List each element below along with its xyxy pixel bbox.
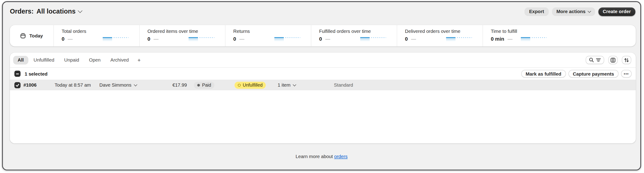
sparkline-chart <box>103 36 129 42</box>
metric-value: 0 <box>233 36 236 42</box>
orders-table-card: All Unfulfilled Unpaid Open Archived + <box>10 52 636 143</box>
metric-value: 0 <box>319 36 322 42</box>
calendar-icon <box>20 33 26 38</box>
selected-count-label: 1 selected <box>24 71 47 76</box>
sparkline-chart <box>360 36 386 42</box>
bulk-actions-bar: 1 selected Mark as fulfilled Capture pay… <box>10 68 636 80</box>
metric-delivered-orders[interactable]: Delivered orders over time 0 — <box>397 25 483 46</box>
metric-trend-dash: — <box>68 36 72 42</box>
payment-status-label: Paid <box>202 82 211 87</box>
metric-fulfilled-orders[interactable]: Fulfilled orders over time 0 — <box>311 25 397 46</box>
metric-value: 0 <box>62 36 64 42</box>
columns-icon <box>610 57 616 62</box>
row-checkbox[interactable] <box>14 82 21 88</box>
tab-unpaid[interactable]: Unpaid <box>60 56 84 64</box>
sparkline-chart <box>520 36 546 42</box>
payment-status-cell: Paid <box>194 82 234 88</box>
page-footer: Learn more about orders <box>3 154 640 159</box>
fulfillment-status-cell: Unfulfilled <box>234 82 278 88</box>
metric-trend-dash: — <box>411 36 416 42</box>
customer-name: Dave Simmons <box>100 82 132 87</box>
delivery-method: Standard <box>334 82 636 87</box>
tab-archived[interactable]: Archived <box>106 56 133 64</box>
location-selector-value: All locations <box>36 8 76 15</box>
add-view-button[interactable]: + <box>134 56 144 64</box>
sparkline-chart <box>446 36 472 42</box>
capture-payments-button[interactable]: Capture payments <box>568 70 618 78</box>
edit-columns-button[interactable] <box>608 56 618 64</box>
chevron-down-icon <box>293 83 296 86</box>
chevron-down-icon <box>588 9 591 13</box>
metric-ordered-items[interactable]: Ordered items over time 0 — <box>140 25 226 46</box>
indeterminate-icon <box>16 73 19 74</box>
sparkline-chart <box>189 36 214 42</box>
footer-text: Learn more about <box>296 154 333 159</box>
analytics-bar: Today Total orders 0 — Ordered items ove… <box>10 25 636 46</box>
metric-label: Time to fulfill <box>491 29 636 34</box>
select-all-checkbox[interactable] <box>14 70 21 77</box>
filled-dot-icon <box>197 84 200 86</box>
metric-label: Returns <box>233 29 311 34</box>
fulfillment-status-badge: Unfulfilled <box>234 82 266 88</box>
order-number[interactable]: #1006 <box>24 82 55 87</box>
search-icon <box>589 58 594 62</box>
order-customer[interactable]: Dave Simmons <box>100 82 153 87</box>
fulfillment-status-label: Unfulfilled <box>242 82 262 87</box>
more-actions-label: More actions <box>556 9 586 14</box>
check-icon <box>15 83 20 87</box>
metric-total-orders[interactable]: Total orders 0 — <box>54 25 140 46</box>
tab-open[interactable]: Open <box>84 56 105 64</box>
search-and-filter-button[interactable] <box>586 56 604 64</box>
date-range-picker[interactable]: Today <box>10 25 54 46</box>
metric-label: Ordered items over time <box>148 29 225 34</box>
page: Orders: All locations Export More action… <box>0 0 644 173</box>
page-title[interactable]: Orders: All locations <box>10 8 82 15</box>
order-date: Today at 8:57 am <box>55 82 100 87</box>
chevron-down-icon <box>78 8 82 13</box>
mark-as-fulfilled-button[interactable]: Mark as fulfilled <box>521 70 566 78</box>
metric-value: 0 <box>405 36 408 42</box>
sparkline-chart <box>274 36 300 42</box>
export-button[interactable]: Export <box>524 7 548 16</box>
open-ring-icon <box>238 84 241 86</box>
metric-returns[interactable]: Returns 0 — <box>226 25 311 46</box>
metric-trend-dash: — <box>508 36 512 42</box>
page-title-orders: Orders: <box>10 8 34 15</box>
orders-help-link[interactable]: orders <box>334 154 348 159</box>
metric-trend-dash: — <box>240 36 244 42</box>
table-empty-area <box>10 90 636 143</box>
sort-button[interactable] <box>622 56 631 64</box>
filter-icon <box>596 58 601 62</box>
metric-value: 0 <box>148 36 150 42</box>
more-actions-button[interactable]: More actions <box>552 7 595 16</box>
metric-label: Total orders <box>62 29 139 34</box>
tab-unfulfilled[interactable]: Unfulfilled <box>29 56 59 64</box>
metric-trend-dash: — <box>154 36 158 42</box>
page-header: Orders: All locations Export More action… <box>10 6 636 17</box>
payment-status-badge: Paid <box>194 82 214 88</box>
metric-trend-dash: — <box>325 36 330 42</box>
tab-all[interactable]: All <box>13 56 28 64</box>
filter-tabs-bar: All Unfulfilled Unpaid Open Archived + <box>10 52 636 68</box>
metric-label: Fulfilled orders over time <box>319 29 397 34</box>
items-count-label: 1 item <box>278 82 290 87</box>
chevron-down-icon <box>134 83 137 86</box>
orders-page-window: Orders: All locations Export More action… <box>2 1 641 170</box>
create-order-button[interactable]: Create order <box>598 7 636 16</box>
order-total: €17.99 <box>153 82 187 87</box>
sort-icon <box>624 57 629 62</box>
order-items[interactable]: 1 item <box>278 82 334 87</box>
table-row[interactable]: #1006 Today at 8:57 am Dave Simmons €17.… <box>10 80 636 90</box>
date-range-label: Today <box>30 33 43 38</box>
header-actions: Export More actions Create order <box>524 7 635 16</box>
metric-value: 0 min <box>491 36 504 42</box>
metric-time-to-fulfill[interactable]: Time to fulfill 0 min — <box>483 25 636 46</box>
metric-label: Delivered orders over time <box>405 29 483 34</box>
more-bulk-actions-button[interactable]: ••• <box>621 70 632 78</box>
